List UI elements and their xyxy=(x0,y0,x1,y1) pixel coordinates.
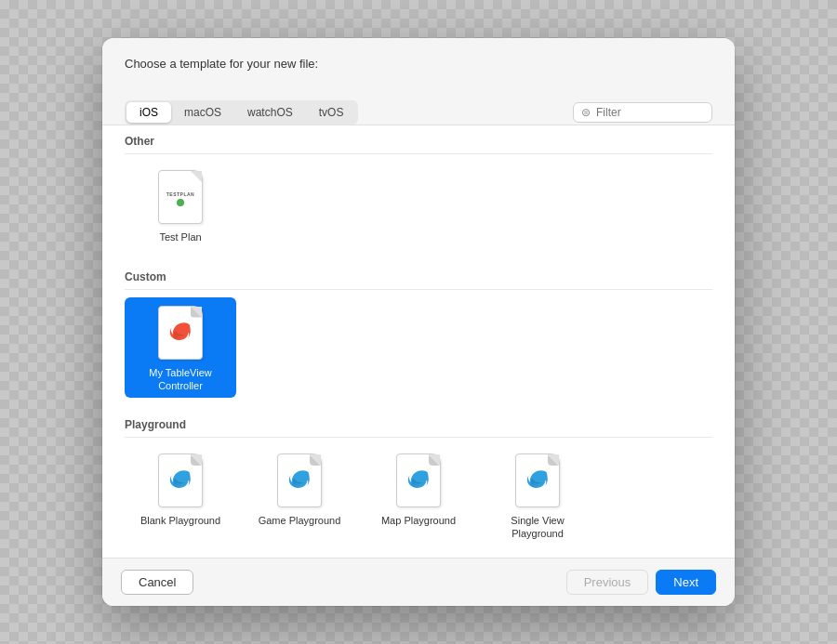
game-playground-file-icon xyxy=(277,453,322,507)
filter-input[interactable] xyxy=(596,106,704,119)
content-area: Other TESTPLAN Test Plan Custom xyxy=(102,125,735,557)
tab-tvos[interactable]: tvOS xyxy=(306,102,357,123)
tableview-label: My TableViewController xyxy=(149,366,211,393)
footer-right-buttons: Previous Next xyxy=(566,570,716,595)
tab-bar: iOS macOS watchOS tvOS xyxy=(125,100,358,125)
cancel-button[interactable]: Cancel xyxy=(121,570,193,595)
tableview-icon-wrapper xyxy=(154,303,206,362)
section-custom-header: Custom xyxy=(125,261,712,290)
section-playground-header: Playground xyxy=(125,409,712,438)
dialog-header: Choose a template for your new file: iOS… xyxy=(102,38,735,125)
tab-macos[interactable]: macOS xyxy=(171,102,234,123)
singleview-playground-swift-icon xyxy=(525,467,551,493)
game-playground-swift-icon xyxy=(286,467,312,493)
singleview-playground-icon-wrapper xyxy=(512,451,564,510)
blank-playground-swift-icon xyxy=(167,467,193,493)
testplan-file-icon: TESTPLAN xyxy=(158,170,203,224)
section-other-header: Other xyxy=(125,125,712,154)
next-button[interactable]: Next xyxy=(656,570,716,595)
game-playground-label: Game Playground xyxy=(259,514,341,527)
previous-button[interactable]: Previous xyxy=(566,570,649,595)
blank-playground-label: Blank Playground xyxy=(140,514,220,527)
section-playground-items: Blank Playground Game Playground xyxy=(125,445,712,558)
testplan-small-label: TESTPLAN xyxy=(166,191,194,197)
dialog-title: Choose a template for your new file: xyxy=(125,57,318,71)
dialog-footer: Cancel Previous Next xyxy=(102,558,735,606)
header-top: Choose a template for your new file: xyxy=(125,57,712,82)
game-playground-icon-wrapper xyxy=(273,451,326,510)
template-item-singleview-playground[interactable]: Single View Playground xyxy=(482,445,593,546)
template-item-blank-playground[interactable]: Blank Playground xyxy=(125,445,236,546)
header-row: iOS macOS watchOS tvOS ⊜ xyxy=(125,91,712,125)
swift-bird-icon xyxy=(167,320,193,346)
map-playground-icon-wrapper xyxy=(392,451,445,510)
filter-area[interactable]: ⊜ xyxy=(573,102,712,123)
section-other-items: TESTPLAN Test Plan xyxy=(125,162,712,260)
template-item-map-playground[interactable]: Map Playground xyxy=(363,445,474,546)
template-item-tableview[interactable]: My TableViewController xyxy=(125,297,236,399)
testplan-dot xyxy=(177,199,184,206)
map-playground-file-icon xyxy=(396,453,441,507)
singleview-playground-label: Single View Playground xyxy=(489,514,586,541)
map-playground-label: Map Playground xyxy=(381,514,456,527)
blank-playground-icon-wrapper xyxy=(154,451,206,510)
testplan-label: Test Plan xyxy=(159,230,201,243)
blank-playground-file-icon xyxy=(158,453,203,507)
testplan-icon-wrapper: TESTPLAN xyxy=(154,167,206,227)
tab-ios[interactable]: iOS xyxy=(126,102,171,123)
template-item-testplan[interactable]: TESTPLAN Test Plan xyxy=(125,162,236,249)
map-playground-swift-icon xyxy=(405,467,432,493)
section-custom-items: My TableViewController xyxy=(125,297,712,410)
template-dialog: Choose a template for your new file: iOS… xyxy=(102,38,735,605)
singleview-playground-file-icon xyxy=(515,453,560,507)
filter-icon: ⊜ xyxy=(581,106,591,119)
tab-watchos[interactable]: watchOS xyxy=(234,102,306,123)
tableview-file-icon xyxy=(158,306,203,360)
template-item-game-playground[interactable]: Game Playground xyxy=(244,445,355,546)
